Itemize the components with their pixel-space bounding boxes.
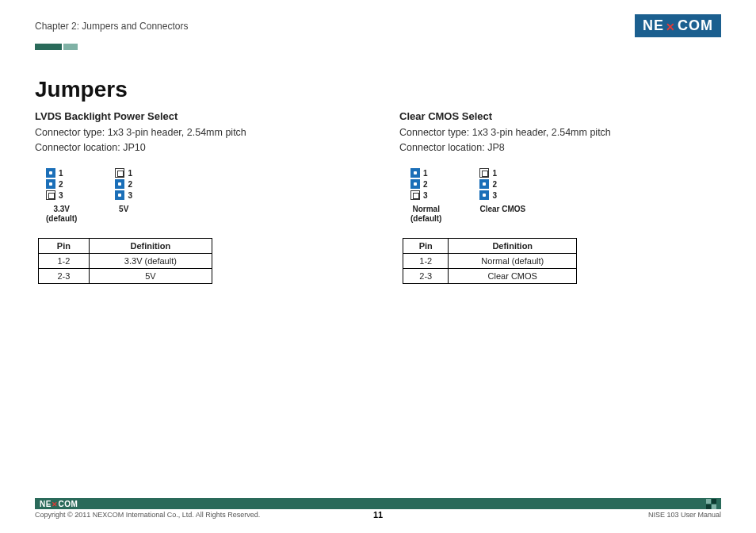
pin-icon bbox=[410, 168, 420, 178]
pin-icon bbox=[479, 179, 489, 189]
cell-pin: 1-2 bbox=[403, 253, 449, 268]
pin-number: 1 bbox=[128, 168, 132, 179]
footer-logo: NE✕COM bbox=[40, 500, 78, 508]
pin-number: 2 bbox=[423, 179, 428, 190]
pin-number: 1 bbox=[492, 168, 497, 179]
lvds-j2-label: 5V bbox=[115, 205, 132, 214]
lvds-j1-sub: (default) bbox=[46, 214, 77, 224]
cell-def: 5V bbox=[89, 268, 212, 283]
pin-number: 2 bbox=[492, 179, 497, 190]
pin-icon bbox=[115, 190, 124, 200]
cell-def: Normal (default) bbox=[449, 253, 577, 268]
pin-icon bbox=[410, 190, 420, 200]
table-row: 1-2 3.3V (default) bbox=[39, 253, 212, 268]
table-row: 1-2 Normal (default) bbox=[403, 253, 577, 268]
footer-blocks-icon bbox=[706, 499, 716, 509]
table-row: 2-3 5V bbox=[39, 268, 212, 283]
cell-pin: 2-3 bbox=[403, 268, 449, 283]
logo-text-right: COM bbox=[678, 17, 713, 34]
copyright-text: Copyright © 2011 NEXCOM International Co… bbox=[35, 511, 260, 519]
cmos-connector-type: Connector type: 1x3 3-pin header, 2.54mm… bbox=[399, 125, 701, 140]
cmos-heading: Clear CMOS Select bbox=[399, 110, 701, 122]
cmos-jumper-clear: 1 2 3 Clear CMOS bbox=[479, 168, 525, 224]
brand-logo: NE ✕ COM bbox=[635, 14, 721, 37]
cell-def: Clear CMOS bbox=[449, 268, 577, 283]
header-accent-bar bbox=[35, 44, 721, 50]
th-def: Definition bbox=[89, 238, 212, 253]
pin-icon bbox=[115, 179, 124, 189]
pin-icon bbox=[479, 190, 489, 200]
pin-number: 3 bbox=[59, 190, 63, 201]
lvds-jumper-3v3: 1 2 3 3.3V (default) bbox=[46, 168, 77, 224]
lvds-definition-table: Pin Definition 1-2 3.3V (default) 2-3 5V bbox=[38, 238, 212, 284]
footer-logo-right: COM bbox=[58, 500, 78, 508]
lvds-j1-label: 3.3V bbox=[46, 205, 77, 214]
cmos-connector-location: Connector location: JP8 bbox=[399, 140, 701, 155]
pin-number: 2 bbox=[128, 179, 132, 190]
footer-bar: NE✕COM bbox=[35, 498, 721, 509]
pin-number: 3 bbox=[128, 190, 132, 201]
cmos-j1-label: Normal bbox=[410, 205, 441, 214]
cell-pin: 1-2 bbox=[39, 253, 90, 268]
chapter-label: Chapter 2: Jumpers and Connectors bbox=[35, 21, 188, 32]
page-title: Jumpers bbox=[35, 77, 721, 102]
pin-icon bbox=[46, 179, 55, 189]
cell-pin: 2-3 bbox=[39, 268, 90, 283]
cell-def: 3.3V (default) bbox=[89, 253, 212, 268]
lvds-heading: LVDS Backlight Power Select bbox=[35, 110, 336, 122]
logo-text-left: NE bbox=[643, 17, 664, 34]
pin-icon bbox=[479, 168, 489, 178]
cmos-j2-label: Clear CMOS bbox=[479, 205, 525, 214]
pin-number: 1 bbox=[423, 168, 428, 179]
th-pin: Pin bbox=[39, 238, 90, 253]
pin-icon bbox=[46, 190, 55, 200]
lvds-connector-location: Connector location: JP10 bbox=[35, 140, 336, 155]
manual-name: NISE 103 User Manual bbox=[648, 511, 721, 519]
logo-x-icon: ✕ bbox=[666, 21, 676, 33]
pin-number: 3 bbox=[423, 190, 428, 201]
pin-icon bbox=[115, 168, 124, 178]
cmos-definition-table: Pin Definition 1-2 Normal (default) 2-3 … bbox=[403, 238, 577, 284]
pin-icon bbox=[410, 179, 420, 189]
table-row: 2-3 Clear CMOS bbox=[403, 268, 577, 283]
lvds-jumper-5v: 1 2 3 5V bbox=[115, 168, 132, 224]
th-pin: Pin bbox=[403, 238, 449, 253]
pin-icon bbox=[46, 168, 55, 178]
page-number: 11 bbox=[373, 510, 383, 520]
cmos-j1-sub: (default) bbox=[410, 214, 441, 224]
lvds-connector-type: Connector type: 1x3 3-pin header, 2.54mm… bbox=[35, 125, 336, 140]
pin-number: 1 bbox=[59, 168, 63, 179]
pin-number: 2 bbox=[59, 179, 63, 190]
pin-number: 3 bbox=[492, 190, 497, 201]
section-cmos: Clear CMOS Select Connector type: 1x3 3-… bbox=[399, 110, 701, 284]
th-def: Definition bbox=[449, 238, 577, 253]
cmos-jumper-normal: 1 2 3 Normal (default) bbox=[410, 168, 441, 224]
footer-logo-left: NE bbox=[40, 500, 52, 508]
section-lvds: LVDS Backlight Power Select Connector ty… bbox=[35, 110, 336, 284]
